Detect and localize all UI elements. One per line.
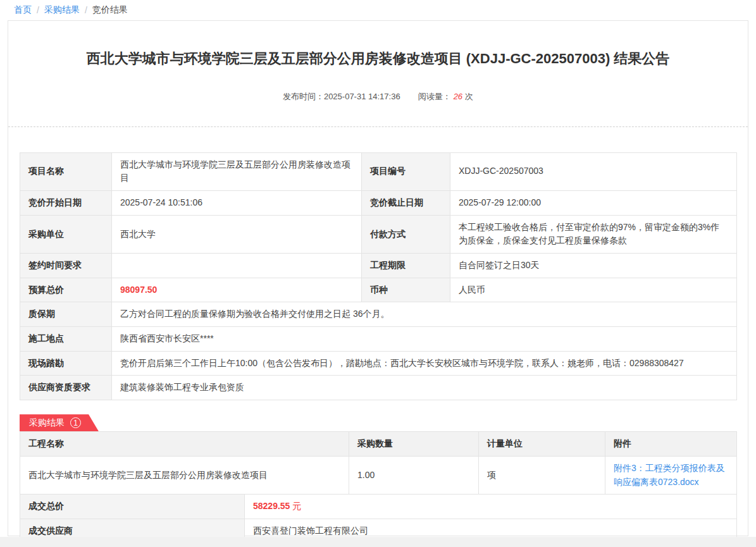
label-signing-time-requirement: 签约时间要求 — [20, 254, 112, 278]
deal-summary-table: 成交总价 58229.55 元 成交供应商 西安喜登门装饰工程有限公司 — [20, 494, 737, 543]
table-row: 现场踏勘 竞价开启后第三个工作日上午10:00（包含公告发布日），踏勘地点：西北… — [20, 351, 737, 376]
table-row: 西北大学城市与环境学院三层及五层部分公用房装修改造项目 1.00 项 附件3：工… — [20, 456, 737, 494]
page-bottom-strip — [0, 537, 756, 547]
article-meta: 发布时间：2025-07-31 14:17:36阅读量：26次 — [8, 91, 748, 102]
label-payment-method: 付款方式 — [362, 215, 450, 253]
views-label: 阅读量： — [418, 92, 451, 101]
badge-count: 1 — [73, 419, 78, 427]
breadcrumb: 首页 / 采购结果 / 竞价结果 — [0, 0, 756, 20]
value-bid-end-date: 2025-07-29 12:00:00 — [450, 190, 737, 215]
value-supplier-qualification: 建筑装修装饰工程专业承包资质 — [112, 376, 737, 400]
label-warranty-period: 质保期 — [20, 302, 112, 327]
page-title: 西北大学城市与环境学院三层及五层部分公用房装修改造项目 (XDJJ-GC-202… — [46, 50, 710, 68]
views-count: 26 — [454, 92, 462, 101]
value-signing-time-requirement — [112, 254, 362, 278]
header-project-name: 工程名称 — [20, 432, 349, 457]
result-measure-unit: 项 — [479, 456, 605, 494]
header-measure-unit: 计量单位 — [479, 432, 605, 457]
label-project-number: 项目编号 — [362, 152, 450, 190]
result-project-name: 西北大学城市与环境学院三层及五层部分公用房装修改造项目 — [20, 456, 349, 494]
deal-price-amount: 58229.55 — [253, 501, 290, 511]
table-row: 质保期 乙方对合同工程的质量保修期为验收合格并交付使用之日起 36个月。 — [20, 302, 737, 327]
views-unit: 次 — [465, 92, 473, 101]
label-purchasing-unit: 采购单位 — [20, 215, 112, 253]
value-project-name: 西北大学城市与环境学院三层及五层部分公用房装修改造项目 — [112, 152, 362, 190]
value-project-duration: 自合同签订之日30天 — [450, 254, 737, 278]
badge-label: 采购结果 — [29, 417, 65, 429]
table-header-row: 工程名称 采购数量 计量单位 附件 — [20, 432, 737, 457]
value-construction-site: 陕西省西安市长安区**** — [112, 327, 737, 352]
value-project-number: XDJJ-GC-202507003 — [450, 152, 737, 190]
table-row: 预算总价 98097.50 币种 人民币 — [20, 278, 737, 302]
procurement-result-badge: 采购结果 1 — [20, 414, 99, 431]
breadcrumb-separator: / — [37, 5, 39, 15]
table-row: 签约时间要求 工程期限 自合同签订之日30天 — [20, 254, 737, 278]
label-currency: 币种 — [362, 278, 450, 302]
attachment-download-link[interactable]: 附件3：工程类分项报价表及响应偏离表0723.docx — [614, 463, 725, 487]
table-row: 成交总价 58229.55 元 — [20, 495, 737, 519]
label-bid-end-date: 竞价截止日期 — [362, 190, 450, 215]
value-site-survey: 竞价开启后第三个工作日上午10:00（包含公告发布日），踏勘地点：西北大学长安校… — [112, 351, 737, 376]
label-project-duration: 工程期限 — [362, 254, 450, 278]
breadcrumb-current-bidding-results: 竞价结果 — [92, 4, 128, 16]
announcement-card: 西北大学城市与环境学院三层及五层部分公用房装修改造项目 (XDJJ-GC-202… — [8, 20, 748, 536]
value-bid-start-date: 2025-07-24 10:51:06 — [112, 190, 362, 215]
value-purchasing-unit: 西北大学 — [112, 215, 362, 253]
project-info-table: 项目名称 西北大学城市与环境学院三层及五层部分公用房装修改造项目 项目编号 XD… — [20, 152, 737, 401]
label-construction-site: 施工地点 — [20, 327, 112, 352]
label-supplier-qualification: 供应商资质要求 — [20, 376, 112, 400]
header-purchase-qty: 采购数量 — [349, 432, 479, 457]
table-row: 竞价开始日期 2025-07-24 10:51:06 竞价截止日期 2025-0… — [20, 190, 737, 215]
value-deal-total-price: 58229.55 元 — [245, 495, 737, 519]
table-row: 供应商资质要求 建筑装修装饰工程专业承包资质 — [20, 376, 737, 400]
badge-count-circle: 1 — [70, 417, 81, 428]
label-bid-start-date: 竞价开始日期 — [20, 190, 112, 215]
table-row: 施工地点 陕西省西安市长安区**** — [20, 327, 737, 352]
table-row: 采购单位 西北大学 付款方式 本工程竣工验收合格后，付至审定价款的97%，留审定… — [20, 215, 737, 253]
result-purchase-qty: 1.00 — [349, 456, 479, 494]
publish-time-value: 2025-07-31 14:17:36 — [324, 92, 400, 101]
value-warranty-period: 乙方对合同工程的质量保修期为验收合格并交付使用之日起 36个月。 — [112, 302, 737, 327]
table-row: 项目名称 西北大学城市与环境学院三层及五层部分公用房装修改造项目 项目编号 XD… — [20, 152, 737, 190]
value-currency: 人民币 — [450, 278, 737, 302]
procurement-result-table: 工程名称 采购数量 计量单位 附件 西北大学城市与环境学院三层及五层部分公用房装… — [20, 431, 737, 495]
label-budget-total: 预算总价 — [20, 278, 112, 302]
result-attachment-cell: 附件3：工程类分项报价表及响应偏离表0723.docx — [605, 456, 737, 494]
breadcrumb-procurement-results-link[interactable]: 采购结果 — [44, 4, 80, 16]
breadcrumb-home-link[interactable]: 首页 — [14, 4, 32, 16]
label-project-name: 项目名称 — [20, 152, 112, 190]
label-site-survey: 现场踏勘 — [20, 351, 112, 376]
publish-time-label: 发布时间： — [283, 92, 324, 101]
label-deal-total-price: 成交总价 — [20, 495, 245, 519]
value-budget-total: 98097.50 — [112, 278, 362, 302]
header-attachment: 附件 — [605, 432, 737, 457]
value-payment-method: 本工程竣工验收合格后，付至审定价款的97%，留审定金额的3%作为质保金，质保金支… — [450, 215, 737, 253]
deal-price-unit: 元 — [292, 501, 301, 511]
breadcrumb-separator: / — [85, 5, 87, 15]
procurement-result-section-header: 采购结果 1 — [20, 414, 736, 431]
dashed-divider — [8, 126, 748, 127]
budget-total-amount: 98097.50 — [120, 285, 157, 295]
